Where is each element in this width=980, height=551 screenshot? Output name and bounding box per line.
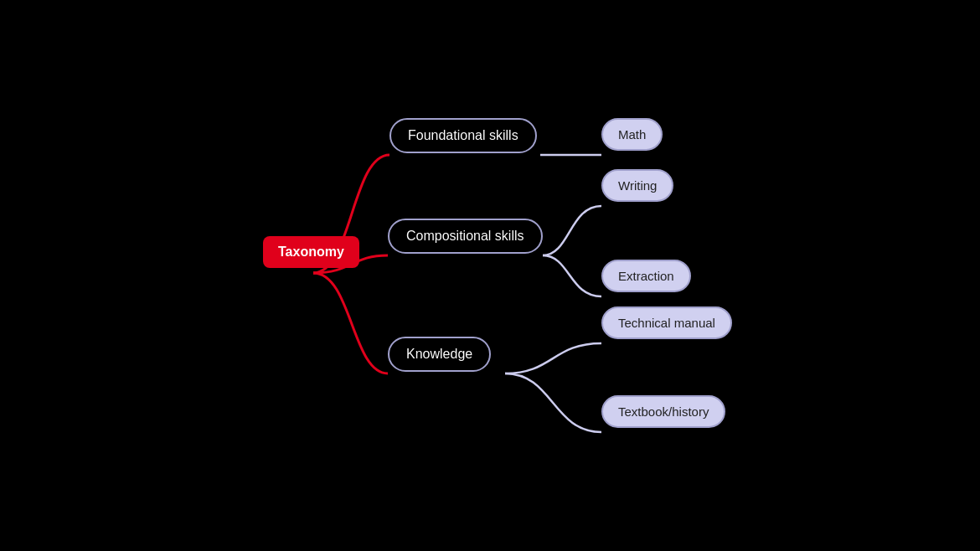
mid-node-compositional: Compositional skills	[388, 219, 543, 254]
leaf-node-textbook-history: Textbook/history	[601, 395, 725, 428]
connections-svg	[0, 0, 980, 551]
leaf-node-writing: Writing	[601, 169, 673, 202]
leaf-node-math: Math	[601, 118, 663, 151]
leaf-node-technical-manual: Technical manual	[601, 306, 732, 339]
mid-node-knowledge: Knowledge	[388, 337, 491, 372]
leaf-node-extraction: Extraction	[601, 260, 691, 292]
mid-node-foundational: Foundational skills	[389, 118, 537, 153]
diagram-container: Taxonomy Foundational skills Composition…	[0, 0, 980, 551]
root-node: Taxonomy	[263, 236, 359, 268]
